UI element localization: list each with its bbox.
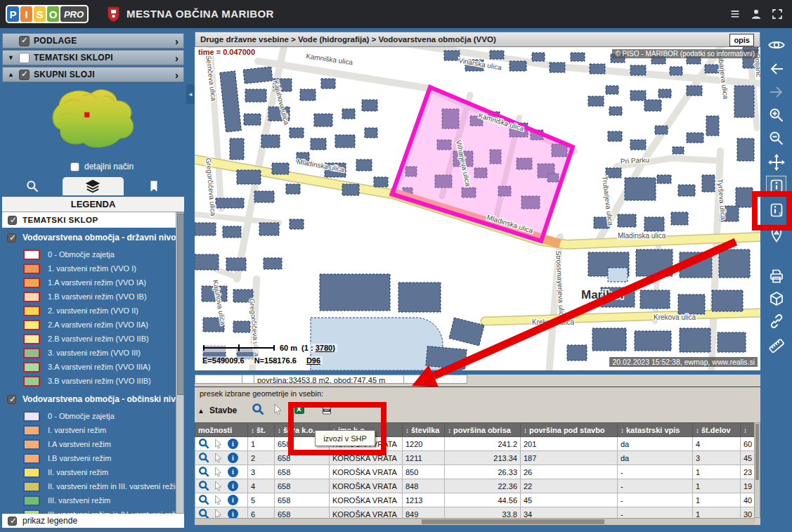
group-checkbox[interactable] [7,395,16,404]
col-katastrski-vpis[interactable]: ↕katastrski vpis [618,423,693,437]
detail-mode-row[interactable]: detajlni način [70,162,134,171]
legend-item: II. varstveni režim in III. varstveni re… [23,479,181,493]
table-vertical-scrollbar[interactable] [754,422,760,518]
row-zoom-icon[interactable] [198,494,209,507]
collapse-triangle-icon[interactable]: ▲ [197,407,205,415]
row-cursor-icon[interactable] [214,467,223,478]
legend-group-drzavni[interactable]: Vodovarstvena območja - državni nivo [7,231,176,245]
triangle-up-icon: ▲ [8,71,15,78]
col-st[interactable]: ↕št. [248,423,275,437]
row-zoom-icon[interactable] [198,438,209,450]
row-cursor-icon[interactable] [214,439,223,450]
zoom-in-icon[interactable] [767,105,786,124]
tab-layers[interactable] [63,177,123,195]
legend-scrollbar-thumb[interactable] [177,214,184,395]
eye-icon[interactable] [767,35,786,54]
tab-bookmarks[interactable] [124,177,184,195]
row-zoom-icon[interactable] [198,452,209,465]
back-arrow-icon[interactable] [767,59,786,78]
opis-button[interactable]: opis [729,34,754,46]
info-group-icon[interactable]: g [767,200,786,219]
ruler-icon[interactable] [767,336,786,355]
chevron-right-icon: › [175,52,178,64]
map-viewport[interactable]: Kamniška ulica Kamniška ulica Vinarska u… [195,47,760,370]
legend-scrollbar[interactable] [176,212,184,514]
user-icon[interactable] [748,6,765,22]
row-cursor-icon[interactable] [214,481,223,492]
sort-icon[interactable]: ↕ [524,427,527,434]
fullscreen-icon[interactable] [769,6,786,22]
row-zoom-icon[interactable] [198,466,209,479]
info-icon[interactable] [767,176,786,195]
row-zoom-icon[interactable] [198,480,209,493]
row-info-icon[interactable]: i [228,481,238,491]
sort-icon[interactable]: ↕ [251,427,254,434]
accordion-podlage[interactable]: PODLAGE › [2,33,184,48]
skupni-checkbox[interactable] [19,70,30,80]
row-cursor-icon[interactable] [214,495,223,506]
menu-icon[interactable]: ≡ [727,6,744,22]
print-icon[interactable] [767,266,786,285]
group-select-cursor-icon[interactable] [273,403,284,417]
table-row[interactable]: i 1658KOROŠKA VRATA1220241.2201da460 [195,437,755,451]
svg-text:Pri Parku: Pri Parku [621,156,650,165]
row-info-icon[interactable]: i [228,453,238,463]
location-marker [84,112,89,117]
sort-icon[interactable]: ↕ [278,427,281,434]
overview-map[interactable] [39,83,148,159]
tematski-checkbox[interactable] [19,53,30,63]
legend-tematski-sklop-row[interactable]: TEMATSKI SKLOP [2,212,176,228]
table-horizontal-scrollbar[interactable] [195,518,754,525]
detail-mode-checkbox[interactable] [70,162,79,171]
table-row[interactable]: i 4658KOROŠKA VRATA84822.3622-119 [195,479,755,493]
datum-link[interactable]: D96 [306,356,320,365]
group-zoom-icon[interactable] [252,403,264,418]
podlage-checkbox[interactable] [19,36,30,46]
row-info-icon[interactable]: i [228,495,238,505]
tab-search[interactable] [2,177,63,195]
panel-collapse-chevron[interactable]: ▼ [441,361,462,370]
forward-arrow-icon[interactable] [767,82,786,101]
sort-icon[interactable]: ↕ [696,427,699,434]
scrollbar-thumb[interactable] [422,519,604,524]
cube-3d-icon[interactable] [767,289,786,308]
col-povrsina-obrisa[interactable]: ↕površina obrisa [445,423,521,437]
export-excel-icon[interactable] [294,404,304,417]
table-row[interactable]: i 5658KOROŠKA VRATA121344.5645-140 [195,493,755,507]
accordion-skupni-sloji[interactable]: ▲ SKUPNI SLOJI › [2,67,184,82]
link-icon[interactable] [767,311,786,330]
row-info-icon[interactable]: i [228,439,238,449]
row-cursor-icon[interactable] [214,453,223,464]
city-label: Maribor [581,288,625,301]
scrollbar-thumb[interactable] [755,424,759,480]
map-canvas[interactable]: Kamniška ulica Kamniška ulica Vinarska u… [195,47,760,370]
tematski-sklop-checkbox[interactable] [8,216,17,225]
prikaz-legende-label: prikaz legende [22,516,77,526]
location-pin-icon[interactable] [767,225,786,244]
export-shp-icon[interactable]: SHP [322,403,332,417]
col-povrsina-pod-stavbo[interactable]: ↕površina pod stavbo [521,423,618,437]
piso-logo[interactable]: P I S O PRO [6,5,89,23]
accordion-tematski-sklopi[interactable]: ▼ TEMATSKI SKLOPI › [2,50,184,65]
pan-icon[interactable] [767,153,786,171]
legend-group-obcinski[interactable]: Vodovarstvena območja - občinski nivo [7,392,181,406]
table-row[interactable]: i 2658KOROŠKA VRATA1211213.34187da345 [195,451,755,465]
sidebar-collapse-handle[interactable]: ◄ [186,84,195,104]
col-stevilka[interactable]: ↕številka [403,423,445,437]
scale-ratio-link[interactable]: 3780 [316,344,332,352]
group-checkbox[interactable] [7,233,16,242]
table-row[interactable]: i 3658KOROŠKA VRATA85026.3326-123 [195,465,755,479]
legend-footer[interactable]: prikaz legende [2,514,184,528]
northing: N=158176.6 [254,356,297,365]
prikaz-legende-checkbox[interactable] [8,517,17,526]
sort-icon[interactable]: ↕ [448,427,451,434]
col-st-delov[interactable]: ↕št.delov [693,423,741,437]
sort-icon[interactable]: ↕ [744,427,747,434]
legend-group-label: Vodovarstvena območja - občinski nivo [22,394,181,404]
row-info-icon[interactable]: i [228,467,238,477]
col-clipped[interactable]: ↕ [741,423,755,437]
sort-icon[interactable]: ↕ [621,427,624,434]
zoom-out-icon[interactable] [767,129,786,148]
sort-icon[interactable]: ↕ [405,427,409,434]
selection-polygon[interactable] [392,87,573,241]
